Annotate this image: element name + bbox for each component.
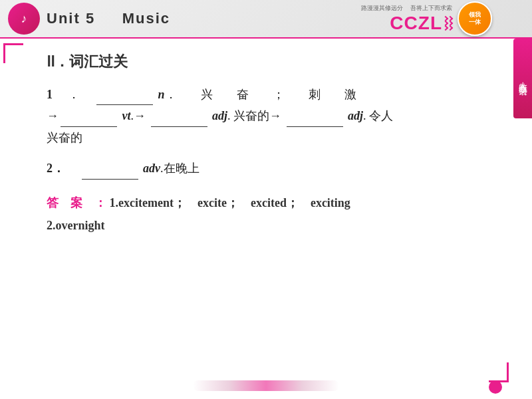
answer-label: 答 案 ： — [47, 196, 106, 209]
ex1-blank1 — [96, 92, 153, 105]
logo-symbol: ♪ — [21, 12, 27, 26]
brand-block: 路漫漫其修远分 吾将上下而求索 CCZL — [361, 4, 452, 34]
unit-label: Unit 5 — [47, 10, 95, 27]
ex1-line2: → vt.→ adj. 兴奋的→ adj. 令人 — [47, 109, 393, 122]
sidebar-tab[interactable]: 人教版英语 — [513, 39, 532, 118]
answer-content-1: 1.excitement； excite； excited； exciting — [110, 196, 350, 209]
badge-text: 领我一体 — [469, 11, 481, 26]
section-title-text: Ⅰ．词汇过关 — [51, 53, 128, 70]
exercise-1: 1 ． n． 兴 奋 ； 刺 激 → vt.→ adj. 兴奋的→ adj. 令… — [47, 84, 499, 148]
bottom-dot — [489, 380, 502, 394]
ex1-blank2 — [61, 114, 117, 127]
slogan: 路漫漫其修远分 吾将上下而求索 — [361, 4, 452, 13]
header-title: Unit 5 Music — [47, 10, 170, 27]
exercise-2: 2． adv.在晚上 — [47, 158, 499, 179]
ex1-line3: 兴奋的 — [47, 131, 82, 144]
header-right: 路漫漫其修远分 吾将上下而求索 CCZL 领我一体 — [361, 1, 492, 36]
ex2-blank — [82, 166, 138, 180]
ex1-blank4 — [287, 114, 343, 127]
corner-bottom-right — [489, 362, 509, 382]
main-content: ⅠⅠ．词汇过关 1 ． n． 兴 奋 ； 刺 激 → vt.→ adj. 兴奋的… — [0, 39, 532, 250]
brand-text: CCZL — [390, 13, 442, 34]
chevrons-decoration — [444, 17, 452, 30]
bottom-bar — [193, 380, 339, 391]
ex1-blank3 — [151, 114, 207, 127]
unit-music: Music — [122, 10, 170, 27]
ex1-number: 1 — [47, 88, 53, 101]
ex2-number: 2． — [47, 162, 65, 175]
header: ♪ Unit 5 Music 路漫漫其修远分 吾将上下而求索 CCZL 领我一体 — [0, 0, 532, 39]
header-badge: 领我一体 — [458, 1, 492, 36]
cczl-logo: CCZL — [390, 13, 452, 34]
ex1-line1: 1 ． n． 兴 奋 ； 刺 激 — [47, 88, 356, 101]
section-title: ⅠⅠ．词汇过关 — [47, 52, 499, 72]
answer-block: 答 案 ： 1.excitement； excite； excited； exc… — [47, 192, 499, 237]
sidebar-label: 人教版英语 — [517, 75, 529, 82]
answer-content-2: 2.overnight — [47, 219, 105, 232]
header-logo: ♪ — [8, 3, 40, 35]
